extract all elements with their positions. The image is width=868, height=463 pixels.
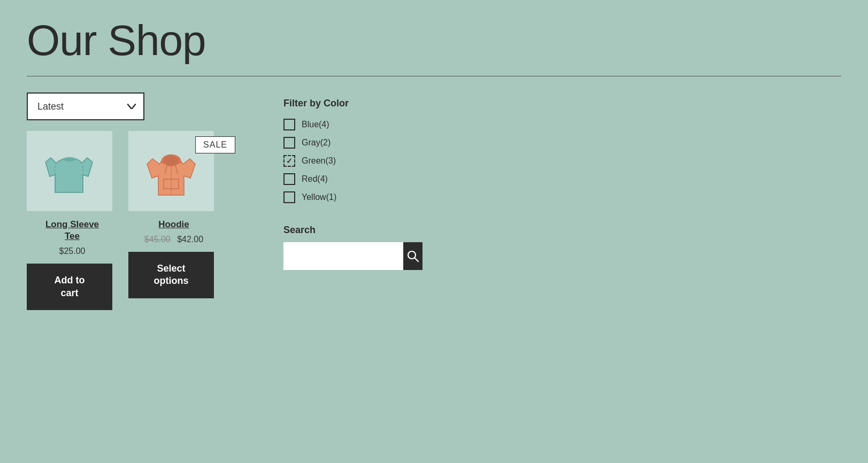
filter-label-gray: Gray(2): [302, 138, 331, 148]
search-title: Search: [283, 225, 423, 236]
hoodie-illustration: [144, 142, 198, 200]
filter-option-gray[interactable]: Gray(2): [283, 137, 423, 149]
filter-option-yellow[interactable]: Yellow(1): [283, 191, 423, 203]
sort-select[interactable]: Latest Price: Low to High Price: High to…: [27, 92, 144, 120]
product-image-long-sleeve-tee: [27, 131, 112, 211]
header-divider: [27, 76, 841, 76]
search-button[interactable]: [403, 242, 423, 270]
filter-checkbox-blue[interactable]: [283, 119, 295, 130]
main-content: Latest Price: Low to High Price: High to…: [0, 92, 868, 310]
filter-checkbox-yellow[interactable]: [283, 191, 295, 203]
sale-badge: SALE: [195, 136, 235, 153]
product-card-hoodie: SALE: [128, 131, 219, 310]
filter-label-red: Red(4): [302, 174, 328, 184]
search-section: Search: [283, 225, 423, 270]
products-section: Latest Price: Low to High Price: High to…: [27, 92, 251, 310]
page-title: Our Shop: [27, 16, 841, 65]
search-bar: [283, 242, 423, 270]
filter-label-yellow: Yellow(1): [302, 192, 336, 202]
filter-option-blue[interactable]: Blue(4): [283, 119, 423, 130]
add-to-cart-button[interactable]: Add tocart: [27, 264, 112, 310]
filter-label-blue: Blue(4): [302, 120, 329, 129]
product-image-hoodie: SALE: [128, 131, 214, 211]
search-icon: [407, 250, 419, 262]
products-grid: Long SleeveTee $25.00 Add tocart SALE: [27, 131, 251, 310]
sale-price-hoodie: $42.00: [177, 235, 203, 244]
product-price-hoodie: $45.00 $42.00: [128, 235, 219, 244]
product-price-long-sleeve-tee: $25.00: [27, 246, 118, 256]
product-name-long-sleeve-tee: Long SleeveTee: [27, 219, 118, 242]
long-sleeve-tee-illustration: [40, 142, 99, 200]
filter-section: Filter by Color Blue(4) Gray(2) Green(3)…: [283, 98, 423, 203]
filter-title: Filter by Color: [283, 98, 423, 109]
filter-checkbox-green[interactable]: [283, 155, 295, 167]
sort-bar: Latest Price: Low to High Price: High to…: [27, 92, 251, 120]
original-price-hoodie: $45.00: [144, 235, 171, 244]
page-header: Our Shop: [0, 0, 868, 71]
svg-line-7: [415, 258, 419, 262]
filter-option-red[interactable]: Red(4): [283, 173, 423, 185]
sidebar: Filter by Color Blue(4) Gray(2) Green(3)…: [283, 92, 423, 270]
filter-option-green[interactable]: Green(3): [283, 155, 423, 167]
search-input[interactable]: [283, 242, 403, 270]
filter-checkbox-gray[interactable]: [283, 137, 295, 149]
filter-label-green: Green(3): [302, 156, 336, 166]
svg-point-2: [164, 156, 179, 166]
filter-checkbox-red[interactable]: [283, 173, 295, 185]
product-card-long-sleeve-tee: Long SleeveTee $25.00 Add tocart: [27, 131, 118, 310]
select-options-button[interactable]: Selectoptions: [128, 252, 214, 298]
product-name-hoodie: Hoodie: [128, 219, 219, 230]
